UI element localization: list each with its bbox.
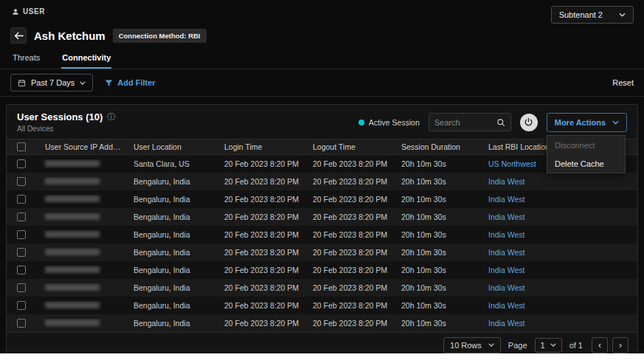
row-user-location: Bengaluru, India (128, 195, 218, 204)
more-actions-button[interactable]: More Actions (547, 113, 627, 132)
subtenant-dropdown[interactable]: Subtenant 2 (551, 6, 634, 24)
top-bar: USER Subtenant 2 (0, 0, 644, 25)
row-user-location: Bengaluru, India (128, 319, 218, 328)
row-user-location: Bengaluru, India (128, 230, 218, 239)
add-filter-button[interactable]: Add Filter (105, 78, 155, 87)
page-label: Page (508, 341, 527, 350)
disconnect-power-button[interactable] (520, 114, 538, 131)
more-actions-label: More Actions (555, 118, 606, 127)
row-rbi-location-link[interactable]: India West (482, 195, 637, 204)
search-input[interactable] (434, 118, 496, 127)
panel-title: User Sessions (10) (17, 111, 103, 122)
row-source-ip (39, 159, 128, 168)
row-user-location: Santa Clara, US (128, 159, 218, 168)
next-page-button[interactable]: › (612, 337, 629, 353)
row-checkbox-cell (7, 159, 39, 168)
page-number-value: 1 (541, 341, 545, 350)
col-header-source-ip[interactable]: User Source IP Address (39, 142, 128, 151)
redacted-ip-value (45, 231, 100, 238)
menu-item-disconnect[interactable]: Disconnect (547, 136, 625, 154)
redacted-ip-value (45, 213, 100, 220)
row-login-time: 20 Feb 2023 8:20 PM (218, 248, 307, 257)
row-user-location: Bengaluru, India (128, 266, 218, 274)
row-checkbox[interactable] (17, 266, 26, 274)
row-source-ip (39, 319, 128, 328)
row-logout-time: 20 Feb 2023 8:20 PM (307, 177, 395, 186)
prev-page-button[interactable]: ‹ (592, 337, 608, 353)
sessions-table-body: Santa Clara, US20 Feb 2023 8:20 PM20 Feb… (7, 155, 637, 332)
row-rbi-location-link[interactable]: India West (482, 301, 637, 310)
row-rbi-location-link[interactable]: India West (482, 266, 637, 274)
row-checkbox[interactable] (17, 248, 26, 257)
row-checkbox[interactable] (17, 212, 26, 221)
tab-bar: Threats Connectivity (0, 46, 644, 69)
power-icon (524, 117, 533, 127)
row-checkbox[interactable] (17, 301, 26, 310)
row-logout-time: 20 Feb 2023 8:20 PM (307, 248, 395, 257)
date-range-value: Past 7 Days (31, 78, 75, 87)
tab-connectivity[interactable]: Connectivity (61, 49, 111, 69)
col-header-user-location[interactable]: User Location (128, 142, 218, 151)
menu-item-delete-cache[interactable]: Delete Cache (547, 154, 625, 173)
reset-button[interactable]: Reset (612, 78, 634, 87)
select-all-checkbox[interactable] (17, 142, 26, 151)
row-source-ip (39, 266, 128, 274)
search-icon[interactable] (496, 118, 505, 127)
row-checkbox[interactable] (17, 159, 26, 168)
info-icon[interactable]: ⓘ (107, 111, 115, 122)
row-user-location: Bengaluru, India (128, 177, 218, 186)
page-number-dropdown[interactable]: 1 (535, 338, 562, 353)
subtenant-value: Subtenant 2 (559, 10, 603, 19)
row-logout-time: 20 Feb 2023 8:20 PM (307, 319, 395, 328)
rows-per-page-dropdown[interactable]: 10 Rows (443, 337, 501, 353)
tab-threats[interactable]: Threats (12, 49, 41, 69)
row-checkbox-cell (7, 212, 39, 221)
row-login-time: 20 Feb 2023 8:20 PM (218, 319, 307, 328)
redacted-ip-value (45, 319, 100, 326)
col-header-logout-time[interactable]: Logout Time (307, 142, 395, 151)
chevron-down-icon (550, 343, 556, 347)
row-rbi-location-link[interactable]: India West (482, 212, 637, 221)
row-logout-time: 20 Feb 2023 8:20 PM (307, 301, 395, 310)
row-checkbox[interactable] (17, 195, 26, 204)
row-checkbox[interactable] (17, 177, 26, 186)
col-header-login-time[interactable]: Login Time (218, 142, 307, 151)
row-user-location: Bengaluru, India (128, 248, 218, 257)
table-header-row: User Source IP Address User Location Log… (7, 139, 637, 155)
row-rbi-location-link[interactable]: India West (482, 283, 637, 292)
col-header-session-duration[interactable]: Session Duration (395, 142, 482, 151)
chevron-down-icon (488, 343, 494, 347)
date-range-dropdown[interactable]: Past 7 Days (10, 74, 93, 91)
table-row: Bengaluru, India20 Feb 2023 8:20 PM20 Fe… (7, 226, 637, 243)
row-checkbox[interactable] (17, 283, 26, 292)
page-of-label: of 1 (569, 341, 583, 350)
row-user-location: Bengaluru, India (128, 301, 218, 310)
add-filter-label: Add Filter (117, 78, 155, 87)
row-login-time: 20 Feb 2023 8:20 PM (218, 266, 307, 274)
redacted-ip-value (45, 266, 100, 273)
user-sessions-panel: User Sessions (10) ⓘ All Devices Active … (6, 104, 638, 353)
row-checkbox[interactable] (17, 319, 26, 328)
row-rbi-location-link[interactable]: India West (482, 248, 637, 257)
table-row: Bengaluru, India20 Feb 2023 8:20 PM20 Fe… (7, 243, 637, 261)
redacted-ip-value (45, 178, 100, 184)
active-session-legend: Active Session (359, 118, 420, 127)
row-checkbox[interactable] (17, 230, 26, 239)
row-login-time: 20 Feb 2023 8:20 PM (218, 301, 307, 310)
chevron-down-icon (619, 13, 626, 17)
row-source-ip (39, 248, 128, 257)
redacted-ip-value (45, 249, 100, 255)
row-rbi-location-link[interactable]: India West (482, 177, 637, 186)
panel-title-block: User Sessions (10) ⓘ All Devices (17, 111, 115, 133)
row-login-time: 20 Feb 2023 8:20 PM (218, 177, 307, 186)
row-source-ip (39, 230, 128, 239)
row-login-time: 20 Feb 2023 8:20 PM (218, 159, 307, 168)
row-rbi-location-link[interactable]: India West (482, 230, 637, 239)
active-session-label: Active Session (369, 118, 420, 127)
row-source-ip (39, 301, 128, 310)
row-checkbox-cell (7, 319, 39, 328)
back-button[interactable] (10, 27, 27, 44)
row-rbi-location-link[interactable]: India West (482, 319, 637, 328)
table-row: Bengaluru, India20 Feb 2023 8:20 PM20 Fe… (7, 261, 637, 279)
table-row: Bengaluru, India20 Feb 2023 8:20 PM20 Fe… (7, 297, 637, 314)
